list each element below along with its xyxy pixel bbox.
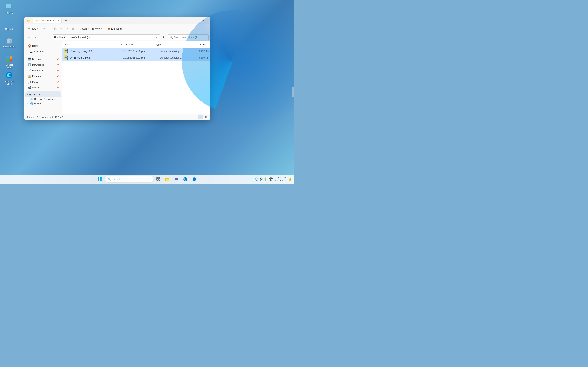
sidebar-item-pictures[interactable]: 🖼️ Pictures 📌: [25, 73, 61, 79]
breadcrumb-sep-3: ›: [89, 36, 90, 39]
breadcrumb-volume[interactable]: New Volume (F:): [70, 36, 88, 39]
desktop-icon-edge[interactable]: Microsoft Edge: [2, 70, 16, 86]
forward-btn[interactable]: →: [33, 34, 38, 40]
status-size-text: 17.9 MB: [55, 116, 63, 118]
taskbar-search-bar[interactable]: 🔍 Search: [104, 176, 154, 183]
col-date-label: Date modified: [119, 43, 134, 46]
desktop-sidebar-icon: 🖥️: [28, 58, 31, 61]
downloads-label: Downloads: [32, 64, 55, 66]
clock-time: 12:47 am: [275, 176, 286, 179]
svg-rect-2: [8, 8, 11, 9]
pictures-label: Pictures: [32, 75, 55, 77]
sidebar-item-music[interactable]: 🎵 Music 📌: [25, 79, 61, 85]
sidebar-item-onedrive[interactable]: › ☁ OneDrive: [25, 49, 61, 54]
sort-btn[interactable]: ⇅ Sort ▾: [78, 25, 90, 32]
svg-rect-16: [9, 56, 12, 59]
extract-btn[interactable]: 📤 Extract all: [106, 25, 124, 32]
svg-rect-11: [8, 38, 10, 39]
tray-expand-btn[interactable]: ^: [253, 177, 254, 181]
sidebar-item-videos[interactable]: 📹 Videos 📌: [25, 85, 61, 91]
grid-view-btn[interactable]: ⊞: [203, 115, 208, 119]
volume-tray-icon[interactable]: 🔊: [259, 177, 263, 181]
home-icon: 🏠: [28, 44, 31, 48]
sidebar-item-downloads[interactable]: ⬇️ Downloads 📌: [25, 62, 61, 68]
breadcrumb-this-pc[interactable]: This PC: [59, 36, 67, 39]
edge-taskbar-btn[interactable]: [181, 175, 190, 183]
rename-icon: ✏: [61, 27, 62, 30]
desktop-icon-recycle-bin[interactable]: Recycle Bin: [2, 36, 16, 49]
svg-rect-15: [6, 56, 9, 59]
cd-drive-label: CD Drive (E:) virtio-v: [34, 98, 55, 100]
desktop-icon-network[interactable]: Network: [2, 18, 16, 31]
file-explorer-taskbar-btn[interactable]: [163, 175, 172, 183]
table-row[interactable]: Z AME Wizard Beta 01/12/2023 7:02 pm Com…: [62, 54, 210, 61]
paste-btn[interactable]: 📋: [52, 25, 58, 32]
minimize-btn[interactable]: ─: [179, 17, 188, 24]
toolbar-sep-3: [105, 27, 105, 31]
new-tab-btn[interactable]: +: [63, 18, 68, 23]
sidebar-item-home[interactable]: 🏠 Home: [25, 43, 61, 49]
cd-drive-icon: 💿: [30, 98, 33, 100]
recent-btn[interactable]: ▾: [39, 34, 45, 40]
language-indicator[interactable]: ENG IN: [269, 176, 274, 182]
svg-rect-24: [65, 51, 67, 51]
title-bar-tabs: 📁 New Volume (F:) ✕: [33, 18, 62, 24]
edge-icon: [5, 71, 13, 79]
col-type-header[interactable]: Type: [156, 43, 188, 46]
desktop-icon-this-pc[interactable]: This PC: [2, 2, 16, 15]
svg-rect-1: [6, 4, 11, 8]
svg-rect-22: [66, 49, 67, 49]
desktop-icon-control-panel[interactable]: Control Panel: [2, 54, 16, 70]
sidebar-item-desktop[interactable]: 🖥️ Desktop 📌: [25, 56, 61, 62]
breadcrumb-bar[interactable]: ⊞ › This PC › New Volume (F:) › ▾: [52, 34, 160, 40]
desktop: This PC Network Recycle Bin: [0, 0, 294, 184]
status-bar: 2 items 2 items selected 17.9 MB ☰ ⊞: [25, 114, 210, 120]
col-name-header[interactable]: Name ⌃: [64, 43, 119, 46]
this-pc-sidebar-icon: 💻: [29, 93, 32, 96]
back-btn[interactable]: ←: [26, 34, 32, 40]
chat-taskbar-btn[interactable]: [172, 175, 181, 183]
task-view-btn[interactable]: [154, 175, 163, 183]
maximize-btn[interactable]: □: [189, 17, 198, 24]
store-taskbar-btn[interactable]: Shop: [190, 175, 199, 183]
more-btn[interactable]: ···: [124, 25, 130, 32]
cut-btn[interactable]: ✂: [41, 25, 47, 32]
start-btn[interactable]: [95, 175, 104, 183]
list-view-btn[interactable]: ☰: [198, 115, 203, 119]
share-btn[interactable]: ↗: [65, 25, 70, 32]
svg-rect-34: [98, 177, 99, 179]
content-area: 🏠 Home › ☁ OneDrive 🖥️ Desktop 📌 ⬇️ Down…: [25, 42, 210, 114]
view-btn[interactable]: ⊞ View ▾: [91, 25, 104, 32]
close-btn[interactable]: ✕: [199, 17, 208, 24]
sidebar-divider-2: [27, 91, 60, 92]
copy-btn[interactable]: ⎘: [47, 25, 52, 32]
view-icon: ⊞: [92, 27, 94, 30]
col-size-header[interactable]: Size: [188, 43, 205, 46]
sidebar-item-network[interactable]: › 🌐 Network: [25, 101, 61, 106]
edge-peek-arrow[interactable]: ‹: [292, 87, 294, 97]
svg-rect-18: [9, 59, 12, 62]
network-tray-icon[interactable]: 🌐: [255, 177, 259, 181]
sidebar-item-documents[interactable]: 📄 Documents 📌: [25, 68, 61, 73]
active-tab[interactable]: 📁 New Volume (F:) ✕: [33, 18, 62, 24]
onedrive-label: OneDrive: [34, 50, 59, 53]
delete-btn[interactable]: 🗑: [70, 25, 76, 32]
system-clock[interactable]: 12:47 am 02/12/2023: [275, 176, 286, 182]
svg-rect-37: [100, 179, 102, 181]
search-input[interactable]: [174, 36, 207, 39]
table-row[interactable]: Z AtlasPlaybook_v0.3.2 01/12/2023 7:02 p…: [62, 48, 210, 54]
search-bar[interactable]: 🔍: [168, 34, 209, 40]
refresh-btn[interactable]: ↻: [161, 34, 167, 40]
up-btn[interactable]: ↑: [46, 34, 52, 40]
col-date-header[interactable]: Date modified: [119, 43, 156, 46]
sidebar-item-this-pc[interactable]: ▾ 💻 This PC: [25, 92, 61, 97]
breadcrumb-dropdown-btn[interactable]: ▾: [155, 35, 159, 39]
sidebar-item-cd-drive[interactable]: › 💿 CD Drive (E:) virtio-v: [25, 97, 61, 101]
svg-rect-17: [6, 59, 9, 62]
battery-tray-icon[interactable]: 🔋: [264, 177, 267, 181]
tab-close-btn[interactable]: ✕: [57, 20, 59, 22]
notification-btn[interactable]: 🔔: [288, 177, 292, 181]
rename-btn[interactable]: ✏: [59, 25, 64, 32]
new-btn[interactable]: ✚ New ▾: [26, 25, 39, 32]
file-name-cell-1: Z AtlasPlaybook_v0.3.2: [64, 49, 123, 54]
